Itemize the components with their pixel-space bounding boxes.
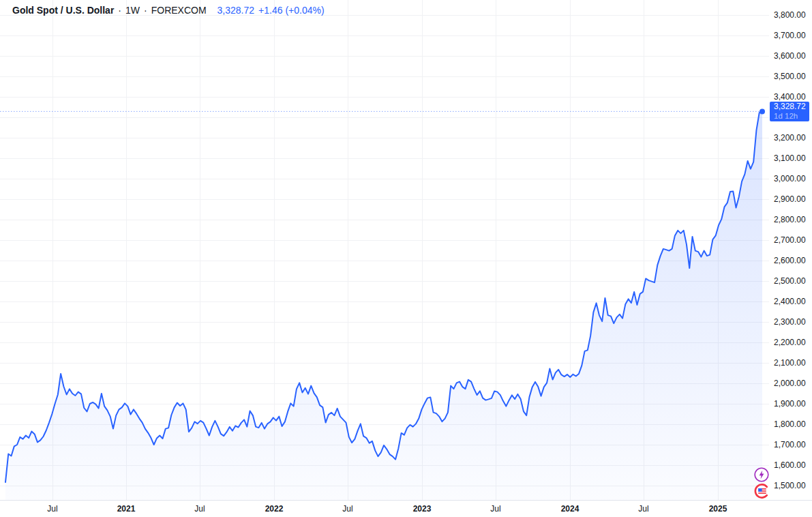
area-fill [5,111,762,500]
last-price-value: 3,328.72 [774,102,809,112]
economic-events-us-flag-icon[interactable] [754,484,769,499]
price-chart[interactable] [0,0,769,500]
time-axis-label: Jul [194,504,205,514]
price-axis-label: 2,700.00 [774,235,806,245]
time-axis-label: 2024 [561,504,580,514]
price-axis-label: 1,700.00 [774,440,806,449]
price-axis[interactable]: 3,328.72 1d 12h 3,800.003,700.003,600.00… [769,0,812,500]
time-axis-label: 2021 [117,504,136,514]
last-price-label: 3,328.72 1d 12h [770,102,809,121]
floating-icons [754,467,770,500]
exchange-label[interactable]: FOREXCOM [151,5,207,16]
lightning-ideas-icon[interactable] [754,467,769,482]
price-axis-label: 3,600.00 [774,51,806,61]
legend-separator: · [118,5,121,16]
price-axis-label: 2,900.00 [774,194,806,204]
price-axis-label: 2,200.00 [774,338,806,347]
time-axis-label: Jul [342,504,352,514]
interval-label[interactable]: 1W [125,5,140,16]
time-axis-label: Jul [490,504,500,514]
time-axis-label: 2025 [709,504,727,514]
price-axis-label: 2,100.00 [774,358,806,368]
price-axis-label: 1,800.00 [774,419,806,429]
tradingview-chart-widget: Gold Spot / U.S. Dollar · 1W · FOREXCOM … [0,0,812,517]
bar-countdown: 1d 12h [774,112,809,121]
price-axis-label: 3,400.00 [774,92,806,102]
time-axis-label: Jul [47,504,57,514]
price-axis-label: 2,600.00 [774,256,806,265]
price-axis-label: 3,000.00 [774,174,806,183]
price-axis-label: 2,400.00 [774,297,806,306]
price-axis-label: 2,500.00 [774,276,806,286]
symbol-title[interactable]: Gold Spot / U.S. Dollar [12,5,114,16]
price-axis-label: 2,000.00 [774,379,806,388]
legend-change: +1.46 (+0.04%) [258,5,325,16]
legend-separator: · [144,5,147,16]
price-axis-label: 2,300.00 [774,317,806,327]
price-axis-label: 1,500.00 [774,481,806,490]
price-axis-label: 2,800.00 [774,215,806,224]
price-axis-label: 3,200.00 [774,133,806,143]
last-point-marker [760,108,765,114]
symbol-legend: Gold Spot / U.S. Dollar · 1W · FOREXCOM … [12,5,325,16]
time-axis-label: 2023 [413,504,432,514]
price-axis-label: 3,500.00 [774,72,806,81]
time-axis-label: Jul [638,504,648,514]
price-axis-label: 1,900.00 [774,399,806,409]
legend-last-price: 3,328.72 [217,5,255,16]
price-axis-label: 3,700.00 [774,31,806,40]
price-axis-label: 3,100.00 [774,153,806,163]
price-axis-label: 1,600.00 [774,460,806,470]
price-axis-label: 3,800.00 [774,10,806,20]
time-axis[interactable]: Jul2021Jul2022Jul2023Jul2024Jul2025 [0,500,812,517]
time-axis-label: 2022 [265,504,284,514]
